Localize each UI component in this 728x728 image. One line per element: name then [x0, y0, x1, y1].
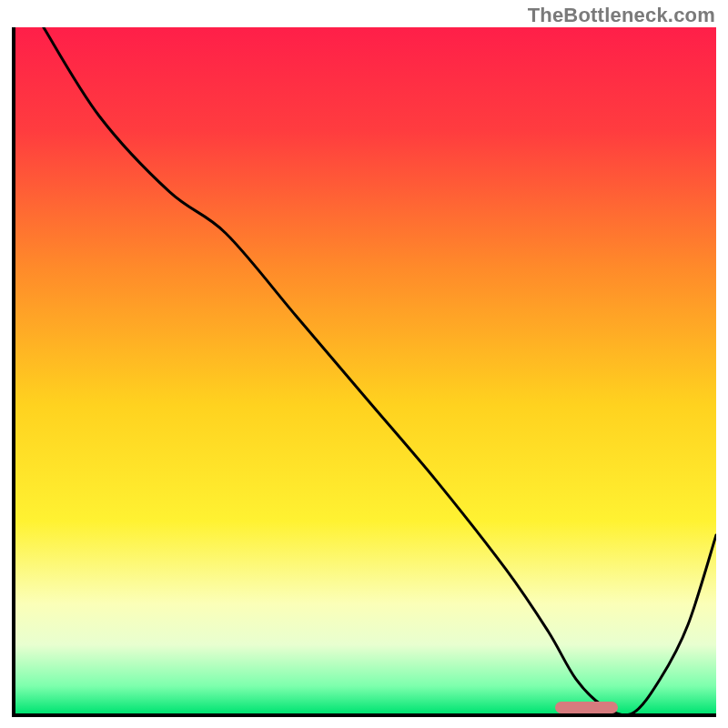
chart-curve: [15, 27, 716, 713]
chart-plot-area: [15, 27, 716, 713]
watermark-text: TheBottleneck.com: [528, 4, 715, 27]
optimal-range-marker: [555, 702, 618, 713]
chart-frame: [12, 27, 716, 717]
